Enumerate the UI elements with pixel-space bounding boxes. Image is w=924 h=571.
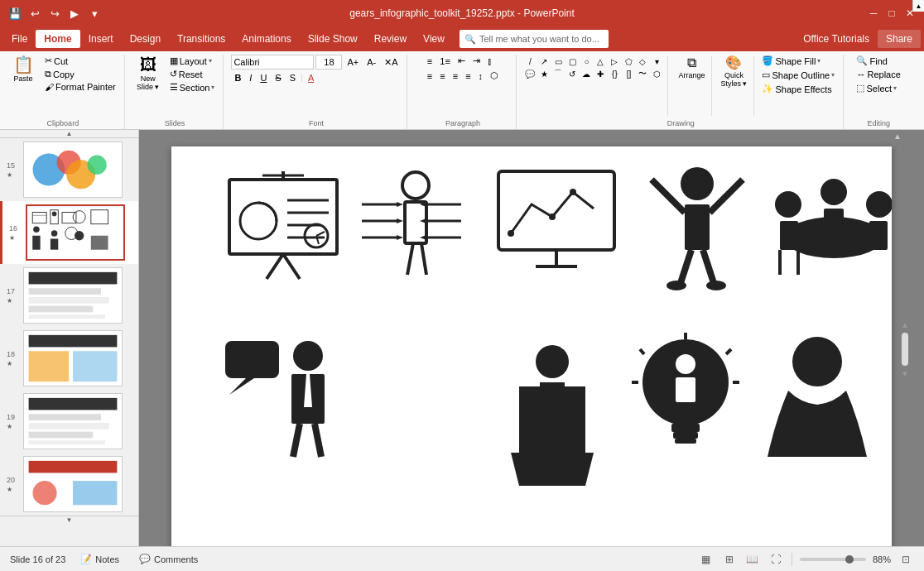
- slide-preview-18[interactable]: [23, 330, 123, 386]
- align-center-button[interactable]: ≡: [436, 70, 448, 82]
- font-color-button[interactable]: A: [305, 72, 317, 84]
- canvas-scroll-down-btn[interactable]: ▼: [901, 369, 909, 378]
- share-button[interactable]: Share: [878, 30, 921, 48]
- star-shape[interactable]: ★: [538, 68, 550, 79]
- rtarrow-shape[interactable]: ▷: [609, 55, 620, 67]
- undo-button[interactable]: ↩: [26, 5, 43, 22]
- slides-scroll-down[interactable]: ▼: [0, 516, 138, 524]
- save-button[interactable]: 💾: [7, 5, 23, 22]
- slide-sorter-button[interactable]: ⊞: [721, 551, 738, 568]
- menu-view[interactable]: View: [415, 30, 453, 48]
- clear-formatting-button[interactable]: ✕A: [381, 56, 401, 69]
- notes-button[interactable]: 📝 Notes: [75, 552, 124, 566]
- canvas-scrollbar-thumb[interactable]: [902, 333, 908, 366]
- slide-canvas[interactable]: [171, 146, 892, 546]
- bold-button[interactable]: B: [231, 72, 244, 84]
- reset-button[interactable]: ↺ Reset: [166, 68, 219, 80]
- slide-thumb-16[interactable]: 16 ★: [0, 201, 138, 264]
- quick-styles-button[interactable]: 🎨 QuickStyles ▾: [716, 55, 751, 89]
- select-button[interactable]: ⬚ Select ▾: [853, 82, 900, 94]
- line-shape[interactable]: /: [524, 55, 536, 67]
- underline-button[interactable]: U: [257, 72, 270, 84]
- arrow-shape[interactable]: ↗: [538, 55, 550, 67]
- numbering-button[interactable]: 1≡: [436, 55, 454, 67]
- paste-button[interactable]: 📋 Paste: [7, 55, 40, 84]
- slides-scroll-up[interactable]: ▲: [0, 130, 138, 138]
- canvas-scroll-up[interactable]: ▲: [893, 132, 902, 140]
- columns-button[interactable]: ⫿: [484, 55, 496, 67]
- curved-arrow[interactable]: ↺: [566, 68, 578, 79]
- customize-button[interactable]: ▾: [86, 5, 103, 22]
- canvas-scroll-up-btn[interactable]: ▲: [901, 320, 909, 329]
- brace-shape[interactable]: []: [623, 68, 634, 79]
- slide-preview-15[interactable]: [23, 142, 123, 198]
- flowchart-shape[interactable]: ⬡: [651, 68, 662, 79]
- cross-shape[interactable]: ✚: [594, 68, 606, 79]
- menu-design[interactable]: Design: [122, 30, 169, 48]
- slide-thumb-15[interactable]: 15 ★: [0, 138, 138, 201]
- align-left-button[interactable]: ≡: [424, 70, 436, 82]
- font-size-increase-button[interactable]: A+: [344, 56, 362, 68]
- triangle-shape[interactable]: △: [594, 55, 606, 67]
- callout-shape[interactable]: 💬: [524, 68, 536, 79]
- slide-thumb-19[interactable]: 19 ★: [0, 390, 138, 453]
- reading-view-button[interactable]: 📖: [744, 551, 761, 568]
- slide-preview-19[interactable]: [23, 393, 123, 449]
- increase-indent-button[interactable]: ⇥: [469, 55, 484, 67]
- italic-button[interactable]: I: [246, 72, 255, 84]
- comments-button[interactable]: 💬 Comments: [134, 552, 203, 566]
- strikethrough-button[interactable]: S: [272, 72, 284, 84]
- justify-button[interactable]: ≡: [462, 70, 474, 82]
- arrange-button[interactable]: ⧉ Arrange: [674, 55, 709, 81]
- shape-outline-button[interactable]: ▭ Shape Outline ▾: [758, 69, 838, 81]
- bracket-shape[interactable]: {}: [609, 68, 620, 79]
- wave-shape[interactable]: 〜: [637, 68, 648, 79]
- oval-shape[interactable]: ○: [580, 55, 592, 67]
- menu-file[interactable]: File: [3, 30, 36, 48]
- more-shapes[interactable]: ▾: [651, 55, 662, 67]
- font-size-decrease-button[interactable]: A-: [363, 56, 379, 68]
- line-spacing-button[interactable]: ↕: [475, 70, 487, 82]
- pentagon-shape[interactable]: ⬠: [623, 55, 634, 67]
- format-painter-button[interactable]: 🖌 Format Painter: [41, 81, 119, 93]
- slideshow-button[interactable]: ⛶: [768, 551, 784, 568]
- shape-effects-button[interactable]: ✨ Shape Effects: [758, 83, 838, 95]
- cloud-shape[interactable]: ☁: [580, 68, 592, 79]
- present-button[interactable]: ▶: [66, 5, 83, 22]
- replace-button[interactable]: ↔ Replace: [853, 69, 903, 80]
- menu-insert[interactable]: Insert: [80, 30, 122, 48]
- new-slide-button[interactable]: 🖼 NewSlide ▾: [132, 55, 165, 93]
- rounded-rect-shape[interactable]: ▢: [566, 55, 578, 67]
- normal-view-button[interactable]: ▦: [698, 551, 715, 568]
- layout-button[interactable]: ▦ Layout ▾: [166, 55, 219, 67]
- minimize-button[interactable]: ─: [866, 6, 881, 21]
- decrease-indent-button[interactable]: ⇤: [455, 55, 469, 67]
- rect-shape[interactable]: ▭: [552, 55, 564, 67]
- slide-thumb-17[interactable]: 17 ★: [0, 264, 138, 327]
- shape-fill-button[interactable]: 🪣 Shape Fill ▾: [758, 55, 838, 67]
- maximize-button[interactable]: □: [884, 6, 899, 21]
- redo-button[interactable]: ↪: [46, 5, 63, 22]
- search-input[interactable]: Tell me what you want to do...: [479, 34, 599, 44]
- slide-preview-16[interactable]: [26, 204, 125, 261]
- section-button[interactable]: ☰ Section ▾: [166, 81, 219, 94]
- office-tutorials-button[interactable]: Office Tutorials: [795, 30, 878, 48]
- copy-button[interactable]: ⧉ Copy: [41, 68, 119, 80]
- diamond-shape[interactable]: ◇: [637, 55, 648, 67]
- align-right-button[interactable]: ≡: [450, 70, 461, 82]
- find-button[interactable]: 🔍 Find: [853, 55, 890, 67]
- text-shadow-button[interactable]: S: [286, 72, 299, 84]
- zoom-slider[interactable]: [800, 558, 866, 561]
- slide-preview-17[interactable]: [23, 267, 123, 324]
- menu-slideshow[interactable]: Slide Show: [300, 30, 366, 48]
- menu-home[interactable]: Home: [36, 30, 79, 48]
- menu-animations[interactable]: Animations: [233, 30, 299, 48]
- cut-button[interactable]: ✂ Cut: [41, 55, 119, 67]
- slide-preview-20[interactable]: [23, 456, 123, 512]
- bullets-button[interactable]: ≡: [424, 55, 436, 67]
- convert-smartart-button[interactable]: ⬡: [487, 70, 502, 82]
- slide-thumb-18[interactable]: 18 ★: [0, 327, 138, 390]
- menu-transitions[interactable]: Transitions: [169, 30, 233, 48]
- menu-review[interactable]: Review: [366, 30, 415, 48]
- connector-shape[interactable]: ⌒: [552, 68, 564, 79]
